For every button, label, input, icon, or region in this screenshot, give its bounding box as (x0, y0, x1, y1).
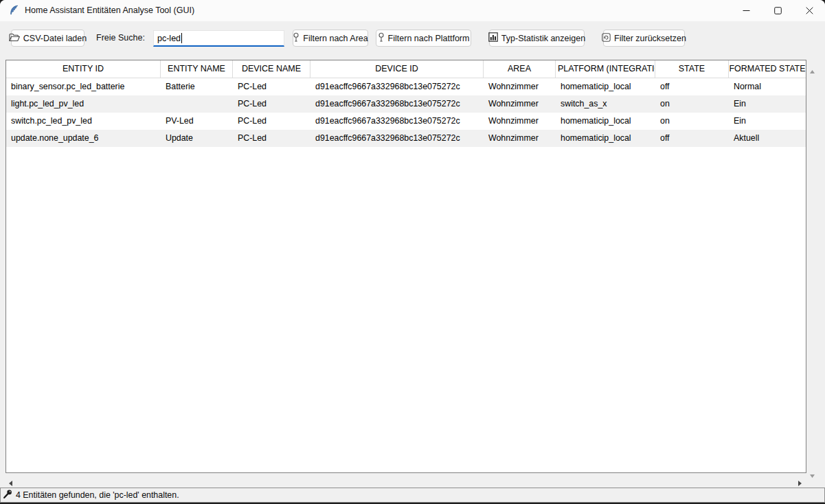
cell-state: off (655, 130, 729, 147)
reset-filter-button[interactable]: Filter zurücksetzen (603, 30, 685, 47)
cell-device-name: PC-Led (233, 130, 310, 147)
cell-entity-id: binary_sensor.pc_led_batterie (6, 78, 161, 95)
cell-device-id: d91eacffc9667a332968bc13e075272c (310, 95, 484, 113)
table-row[interactable]: light.pc_led_pv_led PC-Led d91eacffc9667… (6, 95, 806, 113)
cell-entity-id: light.pc_led_pv_led (6, 95, 161, 113)
open-folder-icon (9, 33, 20, 44)
cell-entity-name (161, 95, 233, 113)
magnifier-icon (3, 489, 13, 502)
cell-area: Wohnzimmer (484, 113, 556, 130)
cell-entity-name: Update (161, 130, 233, 147)
reset-icon (602, 33, 611, 44)
cell-device-id: d91eacffc9667a332968bc13e075272c (310, 113, 484, 130)
cell-area: Wohnzimmer (484, 78, 556, 95)
cell-area: Wohnzimmer (484, 95, 556, 113)
cell-formated-state: Aktuell (729, 130, 806, 147)
cell-platform: homematicip_local (556, 78, 655, 95)
table-row[interactable]: binary_sensor.pc_led_batterie Batterie P… (6, 78, 806, 95)
cell-entity-id: switch.pc_led_pv_led (6, 113, 161, 130)
column-header-device-id[interactable]: DEVICE ID (310, 60, 484, 78)
type-statistics-label: Typ-Statistik anzeigen (501, 34, 585, 43)
scroll-up-icon[interactable] (810, 64, 815, 76)
table-row[interactable]: update.none_update_6 Update PC-Led d91ea… (6, 130, 806, 147)
cell-state: on (655, 95, 729, 113)
status-message: 4 Entitäten gefunden, die 'pc-led' entha… (16, 490, 179, 500)
filter-area-button[interactable]: Filtern nach Area (293, 30, 368, 47)
minimize-button[interactable] (730, 0, 762, 21)
maximize-button[interactable] (762, 0, 793, 21)
table-header-row: ENTITY ID ENTITY NAME DEVICE NAME DEVICE… (6, 60, 806, 78)
probe-filter-icon (378, 32, 385, 45)
app-window: Home Assistant Entitäten Analyse Tool (G… (0, 0, 825, 503)
cell-device-name: PC-Led (233, 113, 310, 130)
cell-state: off (655, 78, 729, 95)
column-header-platform[interactable]: PLATFORM (INTEGRATION) (556, 60, 655, 78)
cell-device-name: PC-Led (233, 78, 310, 95)
column-header-state[interactable]: STATE (655, 60, 729, 78)
reset-filter-label: Filter zurücksetzen (614, 34, 686, 43)
cell-device-id: d91eacffc9667a332968bc13e075272c (310, 130, 484, 147)
toolbar: CSV-Datei laden Freie Suche: pc-led Filt… (0, 21, 825, 60)
title-bar: Home Assistant Entitäten Analyse Tool (G… (0, 0, 825, 21)
bar-chart-icon (488, 32, 498, 44)
status-bar: 4 Entitäten gefunden, die 'pc-led' entha… (0, 488, 825, 503)
cell-platform: switch_as_x (556, 95, 655, 113)
column-header-area[interactable]: AREA (484, 60, 556, 78)
column-header-formated-state[interactable]: FORMATED STATE (729, 60, 806, 78)
cell-formated-state: Ein (729, 113, 806, 130)
table-row[interactable]: switch.pc_led_pv_led PV-Led PC-Led d91ea… (6, 113, 806, 130)
load-csv-label: CSV-Datei laden (23, 34, 87, 43)
cell-entity-name: PV-Led (161, 113, 233, 130)
cell-formated-state: Normal (729, 78, 806, 95)
probe-filter-icon (293, 32, 300, 45)
cell-entity-id: update.none_update_6 (6, 130, 161, 147)
filter-platform-label: Filtern nach Plattform (388, 34, 470, 43)
search-value: pc-led (157, 34, 181, 43)
search-input[interactable]: pc-led (153, 30, 284, 47)
close-button[interactable] (793, 0, 825, 21)
filter-area-label: Filtern nach Area (303, 34, 368, 43)
cell-device-id: d91eacffc9667a332968bc13e075272c (310, 78, 484, 95)
search-label: Freie Suche: (96, 30, 145, 47)
cell-state: on (655, 113, 729, 130)
vertical-scrollbar[interactable] (806, 60, 818, 485)
filter-platform-button[interactable]: Filtern nach Plattform (376, 30, 471, 47)
column-header-device-name[interactable]: DEVICE NAME (233, 60, 310, 78)
load-csv-button[interactable]: CSV-Datei laden (11, 30, 84, 47)
column-header-entity-name[interactable]: ENTITY NAME (161, 60, 233, 78)
scroll-down-icon[interactable] (810, 468, 815, 481)
column-header-entity-id[interactable]: ENTITY ID (6, 60, 161, 78)
window-title: Home Assistant Entitäten Analyse Tool (G… (25, 0, 194, 21)
text-caret (181, 33, 182, 43)
cell-entity-name: Batterie (161, 78, 233, 95)
cell-device-name: PC-Led (233, 95, 310, 113)
tk-feather-icon (9, 5, 20, 16)
cell-platform: homematicip_local (556, 113, 655, 130)
type-statistics-button[interactable]: Typ-Statistik anzeigen (489, 30, 585, 47)
cell-formated-state: Ein (729, 95, 806, 113)
horizontal-scrollbar[interactable] (5, 474, 806, 485)
cell-platform: homematicip_local (556, 130, 655, 147)
cell-area: Wohnzimmer (484, 130, 556, 147)
entity-table: ENTITY ID ENTITY NAME DEVICE NAME DEVICE… (5, 60, 806, 473)
